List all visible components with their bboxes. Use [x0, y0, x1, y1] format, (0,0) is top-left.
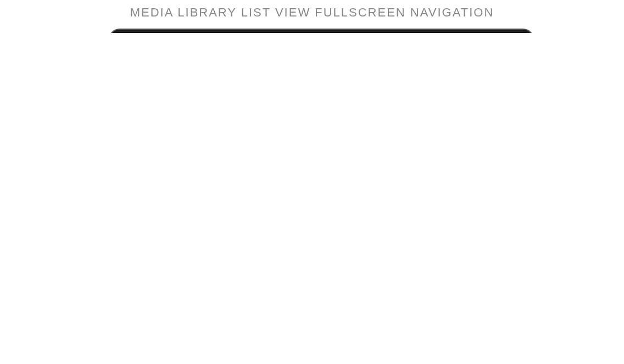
- page-title: MEDIA LIBRARY LIST VIEW FULLSCREEN NAVIG…: [0, 0, 624, 33]
- device-frame: ⊞ ‹ ✕ MEDIA LIBRARY Sunday, May 14 16:20…: [110, 30, 533, 33]
